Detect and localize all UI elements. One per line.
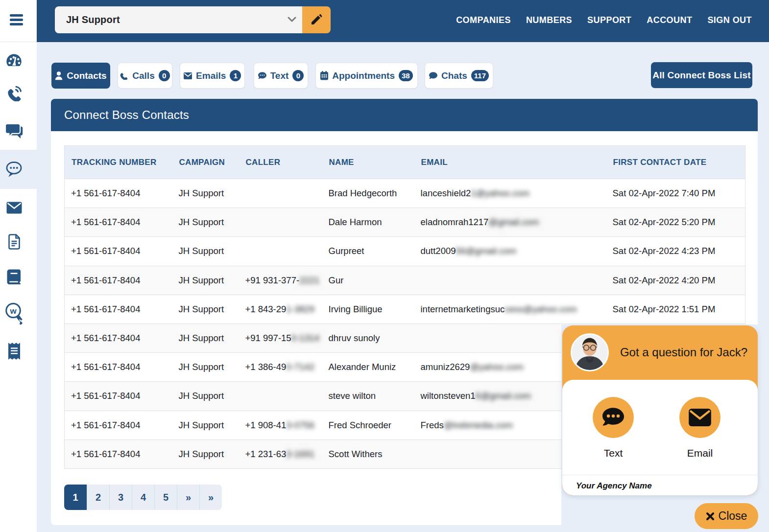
svg-text:w: w (9, 306, 17, 316)
